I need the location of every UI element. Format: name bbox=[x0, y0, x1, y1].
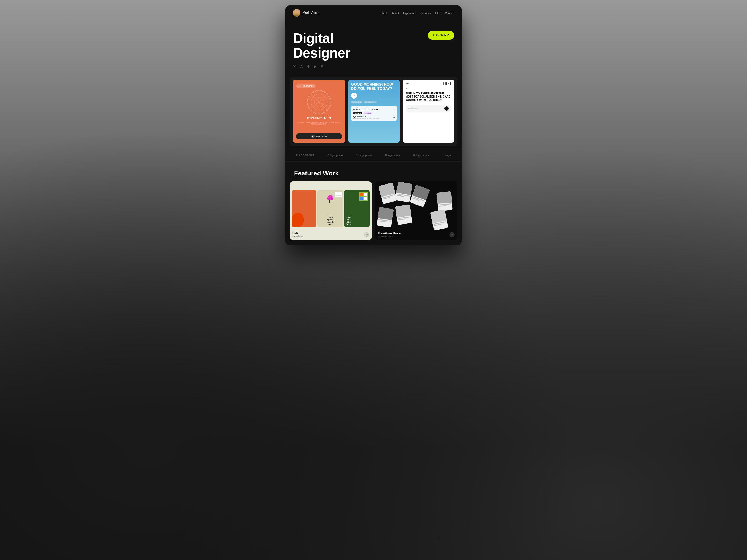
play-icon: ▶ bbox=[311, 135, 314, 138]
work-grid: Lightspeedshootinstars. Greemoohidinfore… bbox=[290, 181, 457, 240]
nav-item-services[interactable]: Services bbox=[421, 10, 431, 15]
nav-name: Mark Veles bbox=[303, 11, 318, 15]
furniture-card-content: Furniture Haven Web Designer ↗ bbox=[375, 181, 457, 240]
scattered-card-5 bbox=[430, 209, 448, 231]
section-title: Featured Work bbox=[294, 169, 339, 177]
lets-talk-button[interactable]: Let's Talk ↗ bbox=[428, 31, 454, 40]
navigation: Mark Veles Work About Experience Service… bbox=[285, 5, 462, 20]
cleansing-sub: CHOICE SUPPLY OF YOUR SKINCARE bbox=[357, 117, 379, 119]
section-number: 01 bbox=[290, 174, 292, 176]
scattered-card-4 bbox=[377, 207, 393, 228]
routine-menu[interactable]: ··· bbox=[393, 108, 395, 111]
scattered-card-7 bbox=[395, 205, 412, 225]
svg-rect-16 bbox=[332, 197, 334, 198]
lefix-role: Developer bbox=[292, 235, 303, 238]
submit-arrow[interactable]: → bbox=[444, 106, 449, 111]
back-arrow-icon[interactable]: ← bbox=[406, 87, 452, 90]
scattered-cards bbox=[375, 181, 457, 240]
social-links: ✕ ◎ ⊕ ▶ ✉ bbox=[293, 64, 454, 69]
routine-title: CHARLOTTE'S ROUTINE bbox=[353, 108, 379, 110]
logo-item-2: ▽ logo ipsum bbox=[327, 154, 342, 157]
behance-icon[interactable]: ▶ bbox=[314, 64, 317, 69]
essentials-desc: BASED ON THESE QUESTIONS, WE CAN ONCE A … bbox=[296, 121, 342, 125]
avatar bbox=[293, 9, 301, 17]
logos-bar: ⊞ LOGOIPSUM ▽ logo ipsum ✳ Logoipsum ⊘ l… bbox=[285, 149, 462, 162]
completed-badge: ✓ ✓ COMPLETED bbox=[296, 84, 316, 88]
check-icon: ✕ bbox=[353, 116, 356, 119]
green-blob bbox=[359, 192, 368, 201]
lefix-card-content: Lightspeedshootinstars. Greemoohidinfore… bbox=[290, 181, 372, 240]
lefix-mockup-orange bbox=[292, 190, 316, 227]
work-card-lefix[interactable]: Lightspeedshootinstars. Greemoohidinfore… bbox=[290, 181, 372, 240]
work-card-furniture[interactable]: Furniture Haven Web Designer ↗ bbox=[375, 181, 457, 240]
email-placeholder: YOUR EMAIL bbox=[408, 108, 418, 109]
window-card bbox=[335, 192, 342, 197]
routine-tags: MORNING EVENING bbox=[353, 112, 395, 114]
evening-tag: EVENING bbox=[363, 112, 372, 114]
cleansing-row: ✕ CLEANSING CHOICE SUPPLY OF YOUR SKINCA… bbox=[353, 116, 395, 119]
phone-card-essentials: ✓ ✓ COMPLETED E bbox=[293, 80, 345, 143]
lefix-card-info: Lefix Developer ↗ bbox=[290, 229, 372, 240]
instagram-icon[interactable]: ◎ bbox=[300, 64, 303, 69]
nav-item-about[interactable]: About bbox=[392, 10, 399, 15]
essentials-title: ESSENTIALS bbox=[296, 116, 342, 120]
start-now-button[interactable]: ▶ START NOW bbox=[296, 133, 342, 139]
good-morning-text: GOOD MORNING! HOW DO YOU FEEL TODAY? bbox=[351, 82, 397, 91]
weather-tag-air: AIR QUALITY ◯ bbox=[364, 101, 377, 104]
sign-in-text: SIGN IN TO EXPERIENCE THE MOST PERSONALI… bbox=[406, 92, 452, 102]
twitter-icon[interactable]: ✕ bbox=[293, 64, 296, 69]
browser-window: Mark Veles Work About Experience Service… bbox=[285, 5, 462, 245]
nav-logo[interactable]: Mark Veles bbox=[293, 9, 318, 17]
green-text: Greemoohidinfores bbox=[346, 216, 351, 225]
phone-status-bar: 9:41 ▌▌▌ ☆ ▌ bbox=[406, 82, 452, 84]
svg-rect-15 bbox=[327, 197, 329, 198]
next-arrow[interactable]: → bbox=[351, 93, 357, 99]
lefix-mockup-cream: Lightspeedshootinstars. bbox=[317, 190, 343, 227]
nav-item-contact[interactable]: Contact bbox=[445, 10, 454, 15]
email-icon[interactable]: ✉ bbox=[320, 64, 324, 69]
phone-card-morning: GOOD MORNING! HOW DO YOU FEEL TODAY? → G… bbox=[349, 80, 400, 143]
svg-point-14 bbox=[331, 196, 334, 200]
lightspeed-text: Lightspeedshootinstars. bbox=[327, 216, 334, 225]
dribbble-icon[interactable]: ⊕ bbox=[307, 64, 310, 69]
weather-tag-gummy: GUMMY ZYIC bbox=[351, 101, 362, 104]
hero-section: Digital Designer Let's Talk ↗ ✕ ◎ ⊕ ▶ ✉ bbox=[285, 20, 462, 74]
phone-card-signin: 9:41 ▌▌▌ ☆ ▌ ← SIGN IN TO EXPERIENCE THE… bbox=[403, 80, 454, 143]
logo-item-6: ✦ Logo bbox=[442, 154, 450, 157]
section-header: 01 Featured Work bbox=[290, 169, 457, 177]
scattered-card-3 bbox=[436, 191, 453, 211]
circle-design bbox=[307, 90, 331, 114]
logo-item-1: ⊞ LOGOIPSUM bbox=[296, 154, 314, 157]
nav-item-faq[interactable]: FAQ bbox=[435, 10, 441, 15]
nav-item-experience[interactable]: Experience bbox=[403, 10, 416, 15]
routine-section: CHARLOTTE'S ROUTINE ··· MORNING EVENING … bbox=[351, 106, 397, 121]
svg-point-13 bbox=[327, 196, 330, 200]
email-input[interactable]: YOUR EMAIL → bbox=[406, 105, 452, 112]
lefix-mockups: Lightspeedshootinstars. Greemoohidinfore… bbox=[290, 181, 372, 229]
logo-item-4: ⊘ logoipsum bbox=[385, 154, 400, 157]
lefix-name: Lefix bbox=[292, 232, 303, 235]
scattered-card-1 bbox=[378, 182, 397, 204]
scattered-card-6 bbox=[410, 185, 430, 208]
morning-tag: MORNING bbox=[353, 112, 362, 114]
lefix-link-arrow[interactable]: ↗ bbox=[364, 232, 369, 237]
logo-item-5: ◉ logo ipsum bbox=[413, 154, 429, 157]
snowflake-icon: ❋ bbox=[393, 116, 395, 119]
lefix-mockup-green: Greemoohidinfores bbox=[344, 190, 370, 227]
mockup-showcase: ✓ ✓ COMPLETED E bbox=[290, 77, 457, 146]
weather-tags: GUMMY ZYIC AIR QUALITY ◯ bbox=[351, 101, 397, 104]
logo-item-3: ✳ Logoipsum bbox=[356, 154, 371, 157]
featured-section: 01 Featured Work bbox=[285, 162, 462, 245]
nav-item-work[interactable]: Work bbox=[382, 10, 388, 15]
nav-links: Work About Experience Services FAQ Conta… bbox=[382, 10, 454, 15]
scattered-card-2 bbox=[395, 182, 412, 203]
plant-icon bbox=[326, 192, 334, 203]
